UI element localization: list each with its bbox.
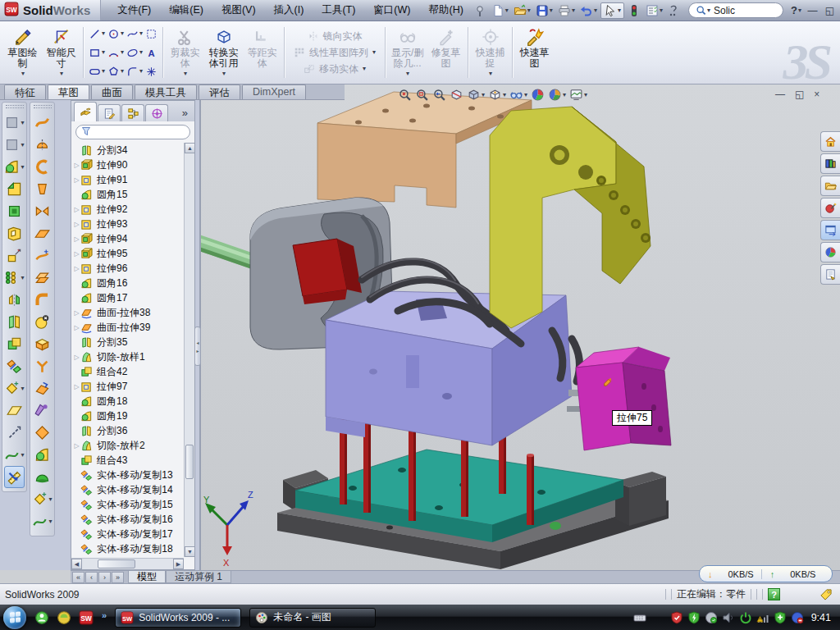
security-center-tray-icon[interactable] [774, 611, 787, 624]
performance-shield-tray-icon[interactable] [687, 611, 701, 624]
fm-overflow-button[interactable]: » [178, 107, 192, 121]
pin-button[interactable] [472, 3, 488, 18]
network-warning-tray-icon[interactable] [756, 611, 769, 624]
sketch-fillet-button[interactable]: ▾ [126, 63, 143, 80]
solidworks-resources-tab[interactable] [820, 131, 840, 152]
knit-surface-button[interactable] [34, 355, 50, 377]
trim-entities-button[interactable]: 剪裁实体▾ [166, 24, 204, 82]
previous-view-button[interactable] [432, 88, 446, 102]
save-button[interactable]: ▾ [534, 3, 555, 18]
restore-button[interactable]: ◱ [822, 5, 838, 16]
hide-show-items-button[interactable]: ▾ [509, 88, 527, 102]
new-button[interactable]: ▾ [490, 3, 510, 18]
part-support-bracket[interactable] [490, 107, 651, 328]
tree-item[interactable]: 实体-移动/复制14 [73, 482, 183, 497]
offset-surface-button[interactable] [34, 267, 50, 289]
minimize-button[interactable]: — [805, 5, 820, 16]
tree-filter[interactable] [75, 125, 190, 139]
display-delete-relations-button[interactable]: 显示/删除几...▾ [388, 24, 427, 82]
zoom-fit-button[interactable] [398, 88, 412, 102]
plane-button[interactable] [7, 399, 22, 422]
rapid-sketch-button[interactable]: 快速草图 [515, 24, 554, 82]
solidworks-shortcut[interactable]: SW [79, 610, 94, 625]
messenger-shortcut[interactable] [34, 610, 49, 625]
section-view-button[interactable] [450, 88, 463, 102]
tree-item[interactable]: 实体-移动/复制18 [73, 541, 183, 556]
tree-item[interactable]: 圆角15 [73, 187, 183, 202]
panel-splitter-handle[interactable]: ◂▸ [194, 326, 201, 366]
menu-item[interactable]: 编辑(E) [161, 0, 212, 21]
graphics-area[interactable]: Y Z X ▾▾▾▾▾ —◱× 拉伸75 [200, 84, 840, 570]
revolved-surface-button[interactable] [34, 134, 50, 156]
swept-surface-button[interactable] [34, 112, 50, 134]
tree-item[interactable]: 圆角19 [73, 409, 183, 423]
expand-icon[interactable]: ▷ [73, 309, 80, 317]
mirror-button[interactable] [7, 289, 22, 311]
polygon-button[interactable]: ▾ [107, 63, 124, 80]
tab-evaluate[interactable]: 评估 [199, 84, 240, 99]
tree-item[interactable]: ▷拉伸95 [73, 246, 183, 261]
measure-button[interactable] [4, 466, 25, 488]
tree-item[interactable]: ▷曲面-拉伸39 [73, 320, 183, 335]
tree-item[interactable]: 组合42 [73, 364, 183, 379]
expand-icon[interactable]: ▷ [73, 206, 80, 213]
expand-icon[interactable]: ▷ [73, 250, 80, 258]
linear-pattern-button[interactable]: ▾ [4, 267, 24, 289]
help-button[interactable]: ?▾ [789, 3, 803, 17]
untrim-surface-button[interactable] [34, 333, 50, 355]
expand-icon[interactable]: ▷ [73, 162, 80, 169]
tree-item[interactable]: 圆角17 [73, 290, 183, 305]
shell-button[interactable] [7, 222, 22, 244]
draft-button[interactable] [7, 244, 22, 267]
tree-horizontal-scrollbar[interactable]: ◀ ▶ [71, 558, 184, 569]
reference-point-button[interactable]: ▾ [32, 488, 52, 510]
undo-button[interactable]: ▾ [578, 3, 599, 18]
next-tab-button[interactable]: › [98, 572, 111, 583]
move-copy-button[interactable] [7, 355, 22, 377]
scroll-thumb[interactable] [98, 559, 135, 568]
volume-tray-icon[interactable] [722, 611, 735, 624]
taskbar-task[interactable]: SWSolidWorks 2009 - ... [115, 608, 241, 628]
property-manager-tab[interactable] [98, 104, 121, 121]
tree-item[interactable]: ▷切除-放样2 [73, 438, 183, 453]
axis-button[interactable] [7, 422, 22, 444]
lofted-surface-button[interactable] [34, 178, 50, 200]
combine-button[interactable] [7, 333, 22, 355]
overflow-button[interactable] [666, 3, 682, 18]
scroll-left-button[interactable]: ◀ [71, 559, 82, 569]
tree-item[interactable]: ▷拉伸91 [73, 172, 183, 187]
tab-mold-tools[interactable]: 模具工具 [135, 84, 197, 99]
scroll-thumb[interactable] [185, 445, 194, 479]
print-button[interactable]: ▾ [556, 3, 577, 18]
toolbar-grip[interactable] [6, 105, 24, 108]
line-button[interactable]: ▾ [89, 25, 105, 43]
view-settings-button[interactable]: ▾ [569, 88, 587, 102]
zoom-area-button[interactable] [415, 88, 429, 102]
update-status-tray-icon[interactable] [705, 611, 718, 624]
rectangle-button[interactable]: ▾ [89, 44, 105, 62]
start-button[interactable] [3, 606, 26, 629]
configuration-manager-tab[interactable] [121, 104, 144, 121]
delete-face-button[interactable] [34, 311, 50, 333]
menu-item[interactable]: 帮助(H) [420, 0, 471, 21]
taskbar-task[interactable]: 未命名 - 画图 [249, 608, 376, 628]
select-button[interactable]: ▾ [600, 2, 624, 19]
extruded-cut-button[interactable]: ▾ [4, 134, 24, 156]
design-library-tab[interactable] [820, 153, 840, 174]
expand-icon[interactable]: ▷ [73, 235, 80, 243]
extend-surface-button[interactable] [34, 377, 50, 399]
tree-item[interactable]: 实体-移动/复制17 [73, 527, 183, 541]
custom-properties-tab[interactable] [820, 264, 840, 285]
tree-item[interactable]: ▷曲面-拉伸38 [73, 305, 183, 320]
spline-button[interactable]: ▾ [126, 25, 143, 43]
slot-button[interactable]: ▾ [89, 63, 105, 80]
tree-item[interactable]: 分割36 [73, 423, 183, 438]
file-explorer-tab[interactable] [820, 176, 840, 196]
extruded-boss-button[interactable]: ▾ [4, 112, 24, 134]
tree-item[interactable]: ▷拉伸94 [73, 231, 183, 246]
freeform-button[interactable] [34, 244, 50, 267]
view-palette-tab[interactable] [820, 198, 840, 218]
tree-item[interactable]: 分割35 [73, 335, 183, 349]
chamfer-button[interactable] [7, 178, 22, 200]
view-orientation-button[interactable]: ▾ [488, 88, 506, 102]
